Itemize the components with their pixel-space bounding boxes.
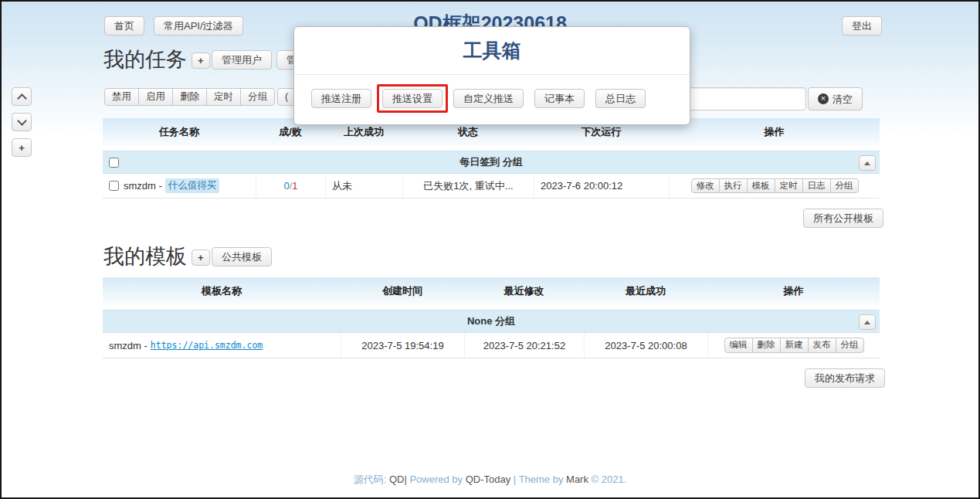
theme-by-link[interactable]: Theme by — [519, 474, 566, 485]
group-assign-button[interactable]: 分组 — [830, 178, 859, 194]
source-code-link[interactable]: 源代码: — [354, 474, 389, 485]
caret-up-icon — [864, 321, 870, 324]
templates-heading: 我的模板 — [103, 243, 187, 270]
copyright-text: © 2021. — [588, 474, 626, 485]
collapse-group-button[interactable] — [859, 155, 876, 171]
add-template-button[interactable]: + — [192, 250, 210, 266]
side-add-button[interactable]: + — [12, 138, 32, 157]
publish-button[interactable]: 发布 — [808, 338, 836, 353]
col-operations: 操作 — [669, 125, 880, 139]
caret-up-icon — [864, 161, 870, 165]
chevron-down-icon — [17, 116, 27, 126]
task-name: smzdm - — [124, 180, 162, 192]
col-created: 创建时间 — [341, 284, 464, 298]
footer-text: QD-Today — [466, 474, 514, 485]
scroll-up-button[interactable] — [12, 87, 32, 106]
modify-button[interactable]: 修改 — [691, 178, 720, 194]
chevron-up-icon — [17, 93, 27, 104]
circle-x-icon — [818, 93, 829, 104]
global-log-button[interactable]: 总日志 — [595, 89, 646, 108]
template-url-link[interactable]: https://api.smzdm.com — [151, 340, 263, 351]
push-register-button[interactable]: 推送注册 — [311, 89, 371, 108]
disable-button[interactable]: 禁用 — [104, 88, 139, 106]
col-next-run: 下次运行 — [534, 125, 669, 139]
footer-text: Mark — [566, 474, 588, 485]
modal-divider — [294, 74, 690, 75]
col-modified: 最近修改 — [464, 284, 584, 298]
notepad-button[interactable]: 记事本 — [534, 89, 585, 108]
task-actions: 修改 执行 模板 定时 日志 分组 — [691, 178, 859, 194]
footer: 源代码: QD| Powered by QD-Today | Theme by … — [2, 473, 978, 487]
enable-button[interactable]: 启用 — [138, 88, 173, 106]
task-row: smzdm - 什么值得买 0 / 1 从未 已失败1次, 重试中... 202… — [103, 174, 880, 199]
templates-table-header: 模板名称 创建时间 最近修改 最近成功 操作 — [103, 277, 880, 305]
modified-value: 2023-7-5 20:21:52 — [464, 333, 584, 358]
delete-button[interactable]: 删除 — [172, 88, 207, 106]
task-group-row: 每日签到 分组 — [103, 151, 880, 174]
templates-table: 模板名称 创建时间 最近修改 最近成功 操作 None 分组 smzdm - h… — [103, 277, 880, 358]
all-public-templates-button[interactable]: 所有公开模板 — [803, 209, 883, 228]
task-select-checkbox[interactable] — [109, 181, 119, 191]
schedule-button[interactable]: 定时 — [206, 88, 241, 106]
my-publish-requests-button[interactable]: 我的发布请求 — [805, 368, 885, 388]
clear-label: 清空 — [832, 94, 853, 104]
success-count[interactable]: 0 — [283, 180, 289, 192]
powered-by-link[interactable]: Powered by — [409, 474, 465, 485]
template-group-row: None 分组 — [103, 310, 880, 333]
custom-push-button[interactable]: 自定义推送 — [453, 89, 524, 108]
footer-text: QD| — [389, 474, 410, 485]
col-status: 状态 — [402, 125, 534, 139]
run-button[interactable]: 执行 — [719, 178, 748, 194]
footer-separator: | — [514, 474, 519, 485]
col-last-success: 上次成功 — [325, 125, 402, 139]
template-group-label: None 分组 — [103, 314, 880, 328]
col-operations-tpl: 操作 — [707, 284, 880, 298]
edit-button[interactable]: 编辑 — [724, 338, 753, 353]
group-template-button[interactable]: 分组 — [836, 338, 864, 353]
group-select-checkbox[interactable] — [109, 158, 119, 168]
new-button[interactable]: 新建 — [780, 338, 809, 353]
add-task-button[interactable]: + — [192, 53, 210, 69]
col-task-name: 任务名称 — [103, 125, 256, 139]
col-template-name: 模板名称 — [103, 284, 341, 298]
next-run-value: 2023-7-6 20:00:12 — [534, 174, 669, 198]
last-success-value: 从未 — [325, 174, 402, 198]
clear-search-button[interactable]: 清空 — [808, 87, 863, 110]
template-button[interactable]: 模板 — [747, 178, 775, 194]
tasks-table: 任务名称 成/败 上次成功 状态 下次运行 操作 每日签到 分组 smzdm -… — [103, 118, 880, 199]
collapse-template-group-button[interactable] — [859, 314, 876, 330]
scroll-down-button[interactable] — [12, 113, 32, 131]
status-value: 已失败1次, 重试中... — [402, 174, 534, 198]
group-button[interactable]: 分组 — [240, 88, 275, 106]
created-value: 2023-7-5 19:54:19 — [341, 333, 464, 358]
col-success-fail: 成/败 — [256, 125, 325, 139]
task-name-link[interactable]: 什么值得买 — [165, 178, 220, 193]
toolbox-modal: 工具箱 推送注册 推送设置 自定义推送 记事本 总日志 — [293, 26, 690, 125]
col-last-success-tpl: 最近成功 — [584, 284, 707, 298]
push-settings-button[interactable]: 推送设置 — [382, 89, 443, 108]
template-name: smzdm - — [109, 340, 148, 351]
tasks-heading: 我的任务 — [103, 46, 187, 73]
template-row: smzdm - https://api.smzdm.com 2023-7-5 1… — [103, 333, 880, 358]
modal-title: 工具箱 — [294, 38, 690, 63]
task-group-label: 每日签到 分组 — [103, 155, 880, 169]
manage-users-button[interactable]: 管理用户 — [212, 50, 272, 70]
fail-count[interactable]: 1 — [292, 180, 297, 192]
app-window: QD框架20230618 首页 常用API/过滤器 登出 + 我的任务 + 管理… — [0, 0, 980, 499]
log-button[interactable]: 日志 — [802, 178, 831, 194]
task-bulk-toolbar: 禁用 启用 删除 定时 分组 — [104, 88, 275, 106]
template-last-success-value: 2023-7-5 20:00:08 — [584, 333, 707, 358]
template-actions: 编辑 删除 新建 发布 分组 — [724, 338, 864, 353]
delete-template-button[interactable]: 删除 — [752, 338, 781, 353]
timer-button[interactable]: 定时 — [775, 178, 803, 194]
public-templates-button[interactable]: 公共模板 — [212, 247, 272, 266]
